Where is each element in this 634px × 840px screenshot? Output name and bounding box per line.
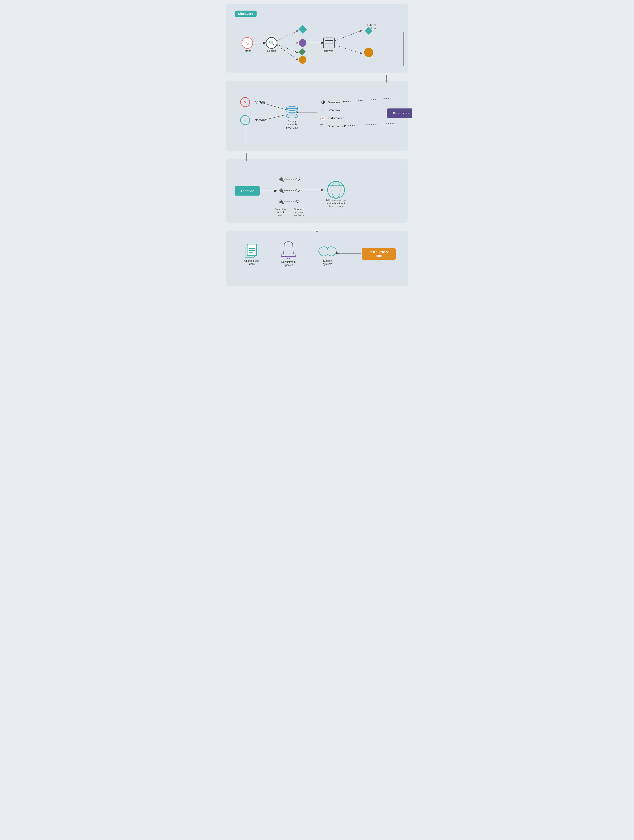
svg-text:Support: Support — [323, 259, 332, 262]
svg-text:🔌: 🔌 — [278, 176, 284, 182]
svg-line-35 — [263, 103, 286, 109]
svg-text:📈: 📈 — [320, 115, 325, 120]
svg-text:Adoption: Adoption — [240, 189, 254, 193]
svg-text:docs: docs — [249, 262, 254, 265]
svg-text:Browse: Browse — [324, 49, 333, 52]
svg-rect-99 — [362, 248, 396, 260]
svg-text:mock data: mock data — [286, 126, 298, 129]
svg-line-54 — [346, 123, 395, 126]
svg-text:care: care — [376, 254, 382, 257]
svg-text:Overview: Overview — [328, 101, 340, 104]
svg-text:🔌: 🔌 — [278, 198, 284, 204]
svg-line-36 — [263, 115, 286, 120]
svg-text:ports: ports — [278, 214, 283, 216]
svg-text:Filtered: Filtered — [367, 24, 376, 27]
svg-text:Governed: Governed — [294, 208, 304, 210]
adoption-section: Adoption 🔌 🛡 🔌 🛡 🔌 🛡 — [226, 159, 408, 223]
svg-text:☺: ☺ — [245, 41, 249, 46]
svg-rect-16 — [323, 38, 334, 48]
svg-text:updates: updates — [284, 264, 293, 267]
svg-text:Exploration: Exploration — [393, 111, 410, 115]
svg-point-26 — [364, 48, 374, 57]
svg-text:🛡: 🛡 — [296, 188, 301, 193]
svg-text:🛡: 🛡 — [296, 177, 301, 182]
post-purchase-section: Updated user docs Downstream updates Sup… — [226, 231, 408, 286]
svg-text:output: output — [278, 211, 284, 213]
section-connector-2 — [245, 153, 248, 161]
svg-text:Data flow: Data flow — [328, 109, 340, 112]
svg-text:Updated user: Updated user — [244, 259, 260, 262]
svg-text:⎇: ⎇ — [320, 107, 325, 112]
svg-text:systems: systems — [323, 262, 332, 265]
svg-text:Search: Search — [267, 49, 276, 52]
svg-text:◑: ◑ — [321, 99, 325, 104]
svg-text:Compatible: Compatible — [275, 208, 287, 210]
svg-text:Selection: Selection — [252, 118, 265, 122]
discovery-label: Discovery — [235, 11, 257, 17]
svg-text:🛡: 🛡 — [320, 124, 323, 128]
svg-rect-87 — [247, 244, 257, 256]
svg-text:🔌: 🔌 — [278, 187, 284, 193]
svg-text:✕: ✕ — [244, 100, 247, 104]
svg-text:Governance: Governance — [328, 125, 344, 128]
svg-point-14 — [299, 56, 306, 64]
svg-line-21 — [335, 31, 361, 41]
discovery-section: Discovery ☺ Intent 🔍 Search — [226, 4, 408, 73]
svg-text:at each: at each — [295, 211, 303, 213]
svg-text:Downstream: Downstream — [281, 261, 295, 264]
svg-line-10 — [277, 46, 298, 60]
section-connector-3 — [316, 225, 318, 233]
svg-line-47 — [344, 98, 395, 102]
svg-text:✓: ✓ — [244, 118, 247, 122]
svg-text:🛡: 🛡 — [296, 199, 301, 204]
svg-line-9 — [277, 44, 298, 52]
svg-point-12 — [299, 39, 306, 47]
svg-text:trial with: trial with — [287, 123, 297, 126]
svg-rect-11 — [298, 25, 307, 34]
section-connector-1 — [385, 75, 388, 83]
exploration-section: ✕ Rejection ✓ Selection Dummy trial with… — [226, 81, 408, 151]
svg-rect-13 — [299, 48, 306, 55]
svg-text:Rejection: Rejection — [252, 100, 265, 104]
svg-text:touchpoint: touchpoint — [294, 214, 304, 216]
svg-text:Intent: Intent — [244, 49, 251, 52]
svg-text:Dummy: Dummy — [288, 120, 296, 123]
svg-text:Performance: Performance — [328, 117, 344, 120]
svg-text:🔍: 🔍 — [269, 40, 275, 46]
svg-line-22 — [335, 45, 361, 54]
svg-line-7 — [277, 31, 298, 41]
svg-text:Post purchase: Post purchase — [369, 250, 389, 254]
